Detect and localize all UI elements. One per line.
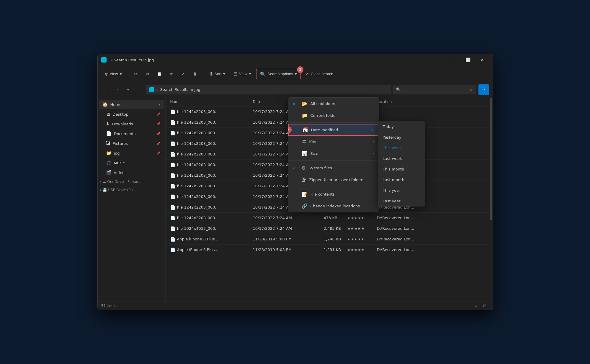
date-modified-submenu: Today Yesterday This week Last week This…: [378, 121, 425, 206]
sidebar-item-home[interactable]: 🏠 Home ▾: [99, 100, 164, 109]
rename-button[interactable]: ✏: [166, 69, 177, 79]
sidebar-item-downloads[interactable]: ⬇ Downloads 📌: [99, 119, 164, 129]
address-path[interactable]: › Search Results in jpg: [146, 85, 391, 94]
sidebar-item-desktop[interactable]: 🖥 Desktop 📌: [99, 109, 164, 119]
scrollbar[interactable]: [489, 97, 493, 301]
dropdown-item-system-files[interactable]: ✓ ⚙ System files: [288, 162, 379, 174]
view-label: View: [239, 72, 247, 76]
pictures-icon: 🖼: [106, 141, 110, 146]
dropdown-item-all-subfolders[interactable]: ● 📂 All subfolders: [288, 98, 379, 109]
paste-button[interactable]: 📋: [153, 69, 165, 79]
usb-section[interactable]: › 💾 USB Drive (F:): [98, 186, 165, 194]
table-row[interactable]: 📄Apple iPhone 8 Plus... 11/28/2019 5:08 …: [166, 234, 489, 245]
view-button[interactable]: ☰ View ▾: [230, 69, 255, 79]
badge-2: 2: [288, 127, 292, 133]
sep2: [203, 70, 203, 78]
new-button[interactable]: ⊕ New ▾: [101, 69, 125, 79]
music-icon: 🎵: [106, 160, 112, 165]
zipped-icon: 🗜: [302, 177, 306, 183]
this-year-label: This year: [383, 188, 401, 193]
current-folder-icon: 📁: [302, 113, 308, 118]
share-button[interactable]: ↗: [178, 69, 188, 79]
dropdown-item-current-folder[interactable]: 📁 Current folder: [288, 109, 379, 121]
view-icon: ☰: [233, 71, 237, 77]
file-icon: 📄: [170, 184, 175, 188]
submenu-this-year[interactable]: This year: [378, 185, 425, 196]
window-icon: [101, 57, 107, 63]
sort-chevron: ▾: [223, 72, 225, 76]
close-search-label: Close search: [311, 72, 333, 76]
dropdown-item-kind[interactable]: 🏷 Kind ›: [288, 136, 379, 147]
recent-locations-button[interactable]: ▾: [124, 85, 133, 94]
address-bar: ← → ▾ ↑ › Search Results in jpg 🔍 ✕ →: [98, 82, 493, 97]
minimize-button[interactable]: ─: [447, 55, 461, 64]
dropdown-item-date-modified[interactable]: 📅 Date modified 2 ›: [288, 124, 379, 136]
jpg-label: jpg: [114, 151, 120, 155]
music-label: Music: [114, 161, 125, 165]
submenu-this-month[interactable]: This month: [378, 164, 425, 174]
scrollbar-thumb[interactable]: [490, 98, 492, 220]
maximize-button[interactable]: ⬜: [461, 55, 475, 64]
cut-icon: ✂: [134, 71, 138, 77]
search-input[interactable]: [403, 87, 467, 92]
submenu-yesterday[interactable]: Yesterday: [378, 132, 425, 142]
sidebar-item-jpg[interactable]: 📁 jpg 📌: [99, 148, 164, 158]
dropdown-sep2: [288, 160, 379, 161]
path-icon: [149, 87, 154, 92]
check-icon: ✓: [293, 166, 299, 170]
col-location-header[interactable]: Location: [375, 97, 487, 106]
sidebar-item-pictures[interactable]: 🖼 Pictures 📌: [99, 139, 164, 148]
copy-button[interactable]: ⧉: [143, 69, 152, 79]
videos-icon: 🎬: [106, 170, 112, 175]
submenu-last-week[interactable]: Last week: [378, 153, 425, 164]
up-button[interactable]: ↑: [135, 85, 144, 94]
pin-icon-desktop: 📌: [156, 112, 161, 116]
submenu-last-year[interactable]: Last year: [378, 196, 425, 206]
sidebar-item-documents[interactable]: 📄 Documents 📌: [99, 129, 164, 138]
grid-view-button[interactable]: ⊞: [481, 303, 489, 309]
jpg-icon: 📁: [106, 150, 112, 156]
change-indexed-label: Change indexed locations: [310, 204, 360, 208]
view-toggle: ≡ ⊞: [472, 303, 489, 309]
downloads-icon: ⬇: [106, 121, 110, 127]
usb-icon: 💾: [102, 188, 107, 192]
submenu-last-month[interactable]: Last month: [378, 174, 425, 185]
dropdown-item-file-contents[interactable]: 📝 File contents: [288, 188, 379, 200]
delete-button[interactable]: 🗑: [189, 69, 200, 79]
sidebar-item-music[interactable]: 🎵 Music: [99, 158, 164, 168]
search-clear-button[interactable]: ✕: [469, 87, 473, 93]
sort-button[interactable]: ⇅ Sort ▾: [205, 69, 229, 79]
dropdown-item-zipped[interactable]: 🗜 Zipped (compressed) folders: [288, 174, 379, 186]
kind-chevron: ›: [373, 140, 374, 144]
kind-icon: 🏷: [302, 139, 306, 145]
submenu-this-week[interactable]: This week: [378, 142, 425, 153]
view-chevron: ▾: [249, 72, 251, 76]
more-button[interactable]: ...: [338, 69, 348, 79]
sidebar-item-videos[interactable]: 🎬 Videos: [99, 168, 164, 177]
file-icon: 📄: [170, 141, 175, 146]
file-icon: 📄: [170, 131, 175, 135]
this-month-label: This month: [383, 167, 404, 171]
dropdown-item-size[interactable]: 📊 Size ›: [288, 147, 379, 159]
table-row[interactable]: 📄file 3024x4032_000... 10/17/2022 7:24 A…: [166, 223, 489, 234]
back-button[interactable]: ←: [101, 85, 110, 94]
cut-button[interactable]: ✂: [130, 69, 141, 79]
search-options-button[interactable]: 🔍 Search options ▾ 1: [256, 69, 301, 79]
close-button[interactable]: ✕: [475, 55, 489, 64]
pin-icon-jpg: 📌: [156, 151, 161, 155]
size-chevron: ›: [373, 151, 374, 155]
search-go-button[interactable]: →: [478, 84, 489, 95]
table-row[interactable]: 📄Apple iPhone 8 Plus... 11/28/2019 5:08 …: [166, 245, 489, 255]
copy-icon: ⧉: [146, 72, 149, 76]
col-name-header[interactable]: Name: [168, 97, 251, 106]
search-options-chevron: ▾: [295, 72, 297, 76]
onedrive-section[interactable]: › ☁ OneDrive - Personal: [98, 178, 165, 186]
forward-button[interactable]: →: [112, 85, 121, 94]
close-search-button[interactable]: ✕ Close search: [302, 69, 337, 79]
list-view-button[interactable]: ≡: [472, 303, 480, 309]
table-row[interactable]: 📄file 1242x2208_000... 10/17/2022 7:24 A…: [166, 213, 489, 223]
file-icon: 📄: [170, 173, 175, 178]
submenu-today[interactable]: Today: [378, 121, 425, 132]
last-year-label: Last year: [383, 199, 401, 203]
dropdown-item-change-indexed[interactable]: 🔗 Change indexed locations: [288, 200, 379, 212]
